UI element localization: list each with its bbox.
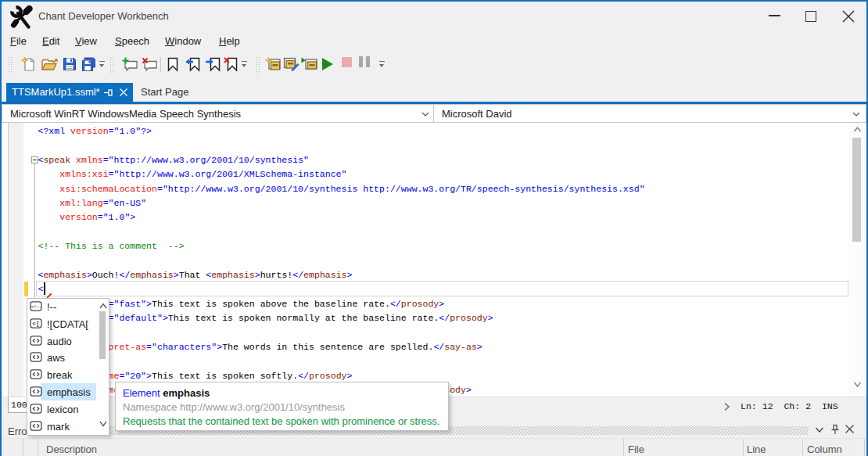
svg-text:<[: <[ [32,320,39,327]
svg-text:<!--: <!-- [31,304,42,310]
